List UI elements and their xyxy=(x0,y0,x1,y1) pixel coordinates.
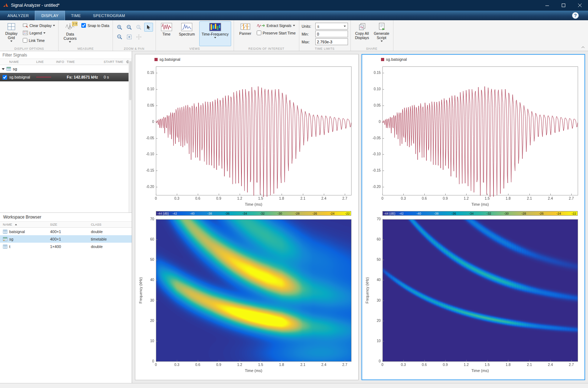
time-plot-canvas[interactable] xyxy=(137,63,356,210)
col-info[interactable]: INFO xyxy=(56,60,67,64)
time-frequency-view-button[interactable]: Time-Frequency xyxy=(199,21,231,46)
spectrogram-canvas[interactable] xyxy=(364,217,583,376)
units-select[interactable]: s xyxy=(315,23,348,29)
zoom-in-x-icon xyxy=(126,25,132,30)
zoom-in-button[interactable] xyxy=(115,23,124,32)
workspace-row-batsignal[interactable]: batsignal 400×1 double xyxy=(0,228,132,235)
chevron-down-icon xyxy=(293,25,295,26)
title-bar: Signal Analyzer - untitled* xyxy=(0,0,588,11)
display-grid-label: Display Grid xyxy=(3,31,20,40)
col-start-time[interactable]: START TIME xyxy=(104,60,124,64)
zoom-in-y-button[interactable] xyxy=(135,23,143,32)
signal-row[interactable]: sg.batsignal Fs: 142.8571 kHz 0 s xyxy=(0,73,132,81)
copy-all-displays-button[interactable]: Copy All Displays xyxy=(353,21,371,46)
main-content: NAME LINE INFO TIME START TIME sg sg xyxy=(0,51,588,383)
col-ws-name[interactable]: NAME xyxy=(0,223,50,226)
tab-spectrogram[interactable]: SPECTROGRAM xyxy=(87,11,131,20)
snap-to-data-option[interactable]: Snap to Data xyxy=(81,22,110,29)
help-button[interactable]: ? xyxy=(572,12,579,19)
generate-script-button[interactable]: Generate Script xyxy=(373,21,391,46)
col-ws-class[interactable]: CLASS xyxy=(91,223,132,226)
link-time-label: Link Time xyxy=(29,38,45,43)
filter-signals-input[interactable] xyxy=(2,53,124,58)
signal-sample-rate: Fs: 142.8571 kHz xyxy=(67,75,104,79)
section-measure: 2.5 Data Cursors Snap to Data MEASURE xyxy=(59,20,113,51)
min-label: Min: xyxy=(302,32,314,36)
timetable-icon xyxy=(3,237,7,241)
snap-to-data-checkbox[interactable] xyxy=(81,23,86,28)
workspace-header: NAME SIZE CLASS xyxy=(0,221,132,228)
display-grid-button[interactable]: Display Grid xyxy=(2,21,20,46)
copy-all-displays-label: Copy All Displays xyxy=(354,31,371,40)
section-region-of-interest: Panner Extract Signals Preserve Start Ti… xyxy=(234,20,299,51)
workspace-browser-title: Workspace Browser xyxy=(0,213,132,221)
spectrogram-canvas[interactable] xyxy=(137,217,356,376)
spectrum-view-label: Spectrum xyxy=(179,32,195,36)
clear-display-button[interactable]: Clear Display xyxy=(22,22,56,29)
variable-icon xyxy=(3,244,7,249)
time-view-button[interactable]: Time xyxy=(158,21,175,46)
spectrum-view-icon xyxy=(181,23,192,31)
workspace-row-t[interactable]: t 1×400 double xyxy=(0,243,132,250)
preserve-start-time-label: Preserve Start Time xyxy=(263,31,296,35)
expander-icon[interactable] xyxy=(2,68,5,70)
min-input[interactable] xyxy=(315,31,348,37)
extract-signals-icon xyxy=(257,23,265,28)
minimize-button[interactable] xyxy=(539,0,555,11)
col-time[interactable]: TIME xyxy=(67,60,104,64)
matlab-logo-icon xyxy=(3,3,9,8)
fit-to-view-button[interactable] xyxy=(125,32,134,41)
section-label: VIEWS xyxy=(156,47,234,50)
legend-button[interactable]: Legend xyxy=(22,29,56,36)
zoom-in-y-icon xyxy=(136,25,142,30)
signal-group-row[interactable]: sg xyxy=(0,65,132,73)
extract-signals-button[interactable]: Extract Signals xyxy=(256,22,296,29)
display-panel-2[interactable]: sg.batsignal xyxy=(361,54,585,380)
colorbar-canvas xyxy=(364,210,583,217)
preserve-start-time-checkbox[interactable] xyxy=(257,31,261,35)
cursor-value-badge: 2.5 xyxy=(72,22,77,26)
section-label: REGION OF INTEREST xyxy=(234,47,299,50)
section-display-options: Display Grid Clear Display Legend xyxy=(0,20,59,51)
legend-label: Legend xyxy=(29,31,42,35)
tab-time[interactable]: TIME xyxy=(65,11,87,20)
signals-scrollbar[interactable] xyxy=(129,60,132,212)
signal-table-panel: NAME LINE INFO TIME START TIME sg sg xyxy=(0,51,132,212)
display-panel-1[interactable]: sg.batsignal xyxy=(135,54,359,380)
link-time-option[interactable]: Link Time xyxy=(22,37,56,44)
spectrum-view-button[interactable]: Spectrum xyxy=(176,21,197,46)
legend-swatch xyxy=(154,58,158,61)
pointer-tool-button[interactable] xyxy=(144,23,153,32)
section-label: MEASURE xyxy=(59,47,112,50)
max-input[interactable] xyxy=(315,38,348,45)
zoom-out-icon xyxy=(117,34,123,40)
panner-button[interactable]: Panner xyxy=(236,21,254,46)
data-cursors-button[interactable]: 2.5 Data Cursors xyxy=(61,21,79,46)
signal-checkbox[interactable] xyxy=(2,75,7,80)
col-name[interactable]: NAME xyxy=(9,60,36,64)
tab-analyzer[interactable]: ANALYZER xyxy=(1,11,35,20)
tab-display[interactable]: DISPLAY xyxy=(35,11,65,20)
col-ws-size[interactable]: SIZE xyxy=(50,223,91,226)
signal-analyzer-window: Signal Analyzer - untitled* ANALYZER DIS… xyxy=(0,0,588,388)
link-time-checkbox[interactable] xyxy=(23,38,27,43)
legend: sg.batsignal xyxy=(137,56,356,63)
col-line[interactable]: LINE xyxy=(36,60,56,64)
workspace-row-sg[interactable]: sg 400×1 timetable xyxy=(0,235,132,243)
scrollbar-thumb[interactable] xyxy=(129,61,131,100)
close-button[interactable] xyxy=(572,0,588,11)
displays-area: sg.batsignal sg.batsignal xyxy=(132,51,588,383)
zoom-out-button[interactable] xyxy=(115,32,124,41)
max-label: Max: xyxy=(302,40,314,44)
line-style-swatch xyxy=(36,77,51,77)
pan-icon xyxy=(136,34,142,40)
variable-icon xyxy=(3,230,7,234)
snap-to-data-label: Snap to Data xyxy=(87,23,109,28)
signal-name: sg.batsignal xyxy=(9,75,36,79)
pan-button[interactable] xyxy=(135,32,143,41)
time-plot-canvas[interactable] xyxy=(364,63,583,210)
preserve-start-time-option[interactable]: Preserve Start Time xyxy=(256,29,296,36)
collapse-ribbon-button[interactable] xyxy=(580,45,586,49)
zoom-in-x-button[interactable] xyxy=(125,23,134,32)
maximize-button[interactable] xyxy=(555,0,572,11)
